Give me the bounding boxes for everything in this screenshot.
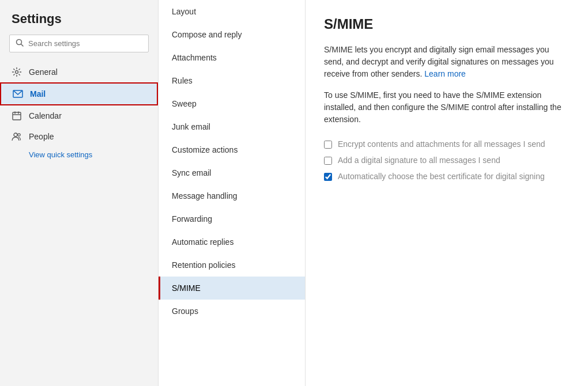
middle-item-forwarding[interactable]: Forwarding (159, 207, 305, 230)
main-content: S/MIME S/MIME lets you encrypt and digit… (306, 0, 588, 386)
middle-item-compose[interactable]: Compose and reply (159, 23, 305, 46)
svg-point-2 (16, 71, 18, 74)
middle-item-retention[interactable]: Retention policies (159, 253, 305, 277)
page-title: S/MIME (324, 16, 570, 32)
middle-item-groups[interactable]: Groups (159, 300, 305, 323)
calendar-icon (12, 111, 22, 121)
learn-more-link[interactable]: Learn more (424, 69, 466, 78)
sidebar-item-mail[interactable]: Mail (0, 82, 158, 105)
search-input[interactable] (28, 39, 142, 48)
description-2: To use S/MIME, first you need to have th… (324, 89, 570, 126)
middle-item-customize[interactable]: Customize actions (159, 138, 305, 161)
signature-checkbox[interactable] (324, 157, 332, 165)
svg-line-1 (21, 44, 24, 47)
encrypt-label: Encrypt contents and attachments for all… (338, 139, 545, 149)
checkbox-encrypt: Encrypt contents and attachments for all… (324, 139, 570, 149)
signature-label: Add a digital signature to all messages … (338, 156, 500, 165)
svg-rect-4 (13, 112, 21, 120)
middle-item-layout[interactable]: Layout (159, 0, 305, 23)
search-icon (16, 39, 24, 48)
settings-title: Settings (0, 12, 158, 35)
sidebar-general-label: General (29, 67, 58, 77)
svg-point-9 (18, 134, 20, 136)
sidebar-item-calendar[interactable]: Calendar (0, 105, 158, 126)
middle-item-sync[interactable]: Sync email (159, 161, 305, 184)
sidebar: Settings General Mail (0, 0, 159, 386)
middle-item-message[interactable]: Message handling (159, 184, 305, 207)
mail-icon (13, 89, 23, 99)
sidebar-mail-label: Mail (30, 89, 46, 99)
middle-item-junk[interactable]: Junk email (159, 115, 305, 138)
sidebar-people-label: People (29, 132, 54, 141)
middle-item-rules[interactable]: Rules (159, 69, 305, 92)
middle-item-smime[interactable]: S/MIME (159, 277, 305, 300)
checkbox-signature: Add a digital signature to all messages … (324, 156, 570, 165)
auto-cert-label: Automatically choose the best certificat… (338, 172, 545, 181)
middle-item-attachments[interactable]: Attachments (159, 46, 305, 69)
sidebar-item-people[interactable]: People (0, 126, 158, 147)
gear-icon (12, 67, 22, 77)
svg-point-8 (14, 133, 17, 137)
middle-panel: Layout Compose and reply Attachments Rul… (159, 0, 306, 386)
quick-settings-link[interactable]: View quick settings (0, 147, 158, 162)
encrypt-checkbox[interactable] (324, 141, 332, 149)
description-1: S/MIME lets you encrypt and digitally si… (324, 44, 570, 80)
auto-cert-checkbox[interactable] (324, 173, 332, 181)
people-icon (12, 131, 22, 142)
search-box[interactable] (9, 35, 149, 52)
sidebar-calendar-label: Calendar (29, 111, 62, 120)
sidebar-item-general[interactable]: General (0, 62, 158, 82)
middle-item-sweep[interactable]: Sweep (159, 92, 305, 115)
middle-item-autoreplies[interactable]: Automatic replies (159, 230, 305, 253)
checkbox-auto-cert: Automatically choose the best certificat… (324, 172, 570, 181)
